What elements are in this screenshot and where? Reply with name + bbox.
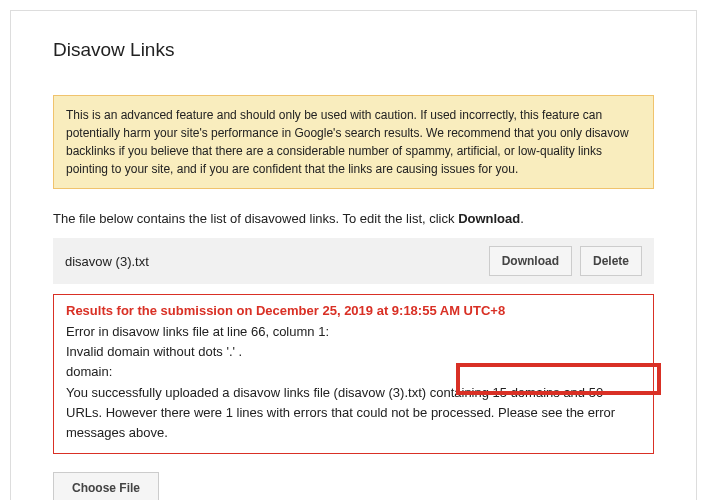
page-title: Disavow Links [53,39,654,61]
warning-text: This is an advanced feature and should o… [66,108,629,176]
instruction-bold: Download [458,211,520,226]
file-row: disavow (3).txt Download Delete [53,238,654,284]
delete-button[interactable]: Delete [580,246,642,276]
instruction-text: The file below contains the list of disa… [53,211,654,226]
instruction-prefix: The file below contains the list of disa… [53,211,458,226]
results-box: Results for the submission on December 2… [53,294,654,454]
warning-banner: This is an advanced feature and should o… [53,95,654,189]
download-button[interactable]: Download [489,246,572,276]
results-body: Error in disavow links file at line 66, … [66,322,641,443]
file-name: disavow (3).txt [65,254,481,269]
instruction-suffix: . [520,211,524,226]
choose-file-button[interactable]: Choose File [53,472,159,500]
results-line-4: You successfully uploaded a disavow link… [66,383,641,443]
results-line-3: domain: [66,362,641,382]
results-header: Results for the submission on December 2… [66,301,641,321]
results-line-1: Error in disavow links file at line 66, … [66,322,641,342]
choose-file-row: Choose File [53,472,654,500]
main-panel: Disavow Links This is an advanced featur… [10,10,697,500]
results-line-2: Invalid domain without dots '.' . [66,342,641,362]
